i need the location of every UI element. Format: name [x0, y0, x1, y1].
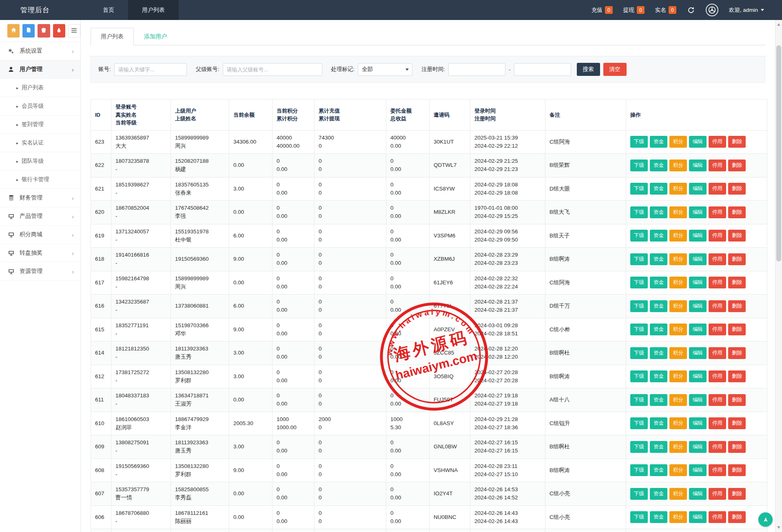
refresh-icon[interactable] — [687, 6, 695, 14]
edit-button[interactable]: 编辑 — [689, 160, 707, 171]
funds-button[interactable]: 资金 — [650, 370, 667, 382]
floating-action-button[interactable] — [758, 512, 773, 527]
points-button[interactable]: 积分 — [669, 417, 687, 429]
nav-item-0[interactable]: 首页 — [89, 0, 128, 20]
disable-button[interactable]: 停用 — [709, 488, 726, 500]
sidebar-item-11[interactable]: 转盘抽奖› — [0, 244, 80, 262]
funds-button[interactable]: 资金 — [650, 324, 667, 335]
edit-button[interactable]: 编辑 — [689, 347, 707, 359]
disable-button[interactable]: 停用 — [709, 370, 726, 382]
subordinate-button[interactable]: 下级 — [630, 230, 648, 242]
points-button[interactable]: 积分 — [669, 253, 687, 265]
points-button[interactable]: 积分 — [669, 160, 687, 171]
subordinate-button[interactable]: 下级 — [630, 277, 648, 288]
droplet-toolbar-button[interactable] — [53, 24, 65, 38]
sidebar-item-0[interactable]: 系统设置› — [0, 42, 80, 60]
points-button[interactable]: 积分 — [669, 300, 687, 312]
subordinate-button[interactable]: 下级 — [630, 394, 648, 406]
edit-button[interactable]: 编辑 — [689, 488, 707, 500]
subordinate-button[interactable]: 下级 — [630, 206, 648, 218]
search-button[interactable]: 搜索 — [577, 63, 600, 76]
delete-button[interactable]: 删除 — [728, 160, 746, 171]
nav-badge-2[interactable]: 实名0 — [655, 6, 676, 14]
edit-button[interactable]: 编辑 — [689, 253, 707, 265]
file-toolbar-button[interactable] — [22, 24, 35, 38]
disable-button[interactable]: 停用 — [709, 394, 726, 406]
vertical-scrollbar[interactable] — [775, 20, 782, 532]
regtime-end-input[interactable] — [514, 63, 571, 76]
funds-button[interactable]: 资金 — [650, 511, 667, 523]
delete-button[interactable]: 删除 — [728, 206, 746, 218]
edit-button[interactable]: 编辑 — [689, 441, 707, 453]
funds-button[interactable]: 资金 — [650, 206, 667, 218]
delete-button[interactable]: 删除 — [728, 488, 746, 500]
disable-button[interactable]: 停用 — [709, 253, 726, 265]
funds-button[interactable]: 资金 — [650, 300, 667, 312]
disable-button[interactable]: 停用 — [709, 324, 726, 335]
funds-button[interactable]: 资金 — [650, 464, 667, 476]
delete-button[interactable]: 删除 — [728, 230, 746, 242]
delete-button[interactable]: 删除 — [728, 183, 746, 195]
funds-button[interactable]: 资金 — [650, 230, 667, 242]
edit-button[interactable]: 编辑 — [689, 417, 707, 429]
scroll-down-icon[interactable] — [777, 526, 780, 529]
delete-button[interactable]: 删除 — [728, 136, 746, 148]
edit-button[interactable]: 编辑 — [689, 206, 707, 218]
clear-button[interactable]: 清空 — [603, 63, 627, 76]
nav-badge-0[interactable]: 充值0 — [591, 6, 613, 14]
disable-button[interactable]: 停用 — [709, 347, 726, 359]
delete-button[interactable]: 删除 — [728, 277, 746, 288]
points-button[interactable]: 积分 — [669, 488, 687, 500]
disable-button[interactable]: 停用 — [709, 441, 726, 453]
funds-button[interactable]: 资金 — [650, 183, 667, 195]
sidebar-item-10[interactable]: 积分商城› — [0, 226, 80, 244]
subordinate-button[interactable]: 下级 — [630, 324, 648, 335]
nav-badge-1[interactable]: 提现0 — [623, 6, 645, 14]
funds-button[interactable]: 资金 — [650, 417, 667, 429]
nav-item-1[interactable]: 用户列表 — [128, 0, 179, 20]
points-button[interactable]: 积分 — [669, 324, 687, 335]
funds-button[interactable]: 资金 — [650, 253, 667, 265]
subordinate-button[interactable]: 下级 — [630, 511, 648, 523]
subordinate-button[interactable]: 下级 — [630, 253, 648, 265]
edit-button[interactable]: 编辑 — [689, 300, 707, 312]
scrollbar-thumb[interactable] — [776, 45, 781, 262]
list-toolbar-button[interactable] — [68, 24, 80, 38]
sidebar-item-12[interactable]: 资源管理› — [0, 262, 80, 281]
edit-button[interactable]: 编辑 — [689, 324, 707, 335]
funds-button[interactable]: 资金 — [650, 394, 667, 406]
disable-button[interactable]: 停用 — [709, 464, 726, 476]
funds-button[interactable]: 资金 — [650, 347, 667, 359]
sidebar-item-3[interactable]: ▸会员等级 — [0, 97, 80, 115]
sidebar-item-9[interactable]: 产品管理› — [0, 207, 80, 226]
sidebar-item-6[interactable]: ▸团队等级 — [0, 152, 80, 171]
delete-button[interactable]: 删除 — [728, 441, 746, 453]
edit-button[interactable]: 编辑 — [689, 277, 707, 288]
welcome-user-dropdown[interactable]: 欢迎, admin — [729, 7, 764, 14]
disable-button[interactable]: 停用 — [709, 230, 726, 242]
delete-button[interactable]: 删除 — [728, 417, 746, 429]
edit-button[interactable]: 编辑 — [689, 136, 707, 148]
trash-toolbar-button[interactable] — [38, 24, 50, 38]
subordinate-button[interactable]: 下级 — [630, 160, 648, 171]
delete-button[interactable]: 删除 — [728, 300, 746, 312]
points-button[interactable]: 积分 — [669, 347, 687, 359]
funds-button[interactable]: 资金 — [650, 441, 667, 453]
sidebar-item-8[interactable]: 财务管理› — [0, 189, 80, 207]
funds-button[interactable]: 资金 — [650, 160, 667, 171]
disable-button[interactable]: 停用 — [709, 511, 726, 523]
subordinate-button[interactable]: 下级 — [630, 488, 648, 500]
points-button[interactable]: 积分 — [669, 136, 687, 148]
subordinate-button[interactable]: 下级 — [630, 417, 648, 429]
sidebar-item-5[interactable]: ▸实名认证 — [0, 134, 80, 152]
sidebar-item-2[interactable]: ▸用户列表 — [0, 79, 80, 97]
funds-button[interactable]: 资金 — [650, 277, 667, 288]
funds-button[interactable]: 资金 — [650, 488, 667, 500]
points-button[interactable]: 积分 — [669, 370, 687, 382]
tab-1[interactable]: 添加用户 — [134, 28, 177, 45]
delete-button[interactable]: 删除 — [728, 511, 746, 523]
edit-button[interactable]: 编辑 — [689, 370, 707, 382]
edit-button[interactable]: 编辑 — [689, 183, 707, 195]
subordinate-button[interactable]: 下级 — [630, 441, 648, 453]
subordinate-button[interactable]: 下级 — [630, 464, 648, 476]
